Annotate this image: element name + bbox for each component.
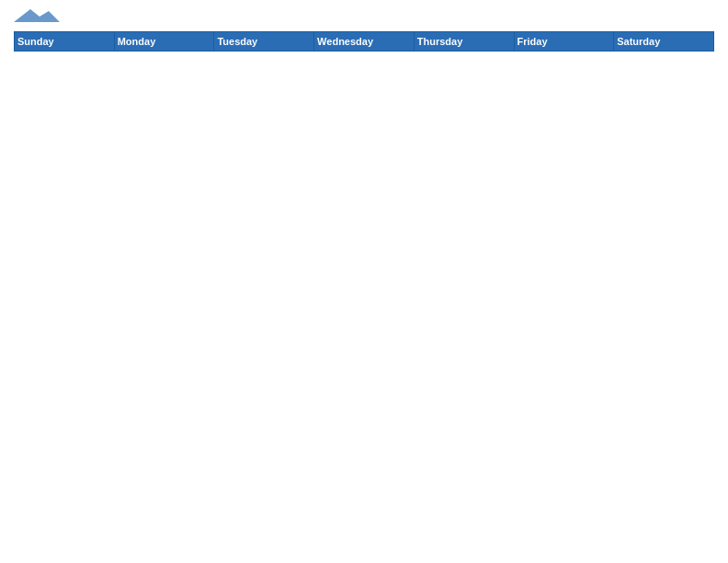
logo — [14, 9, 60, 26]
logo-icon — [14, 9, 60, 22]
svg-marker-0 — [14, 9, 60, 22]
page: SundayMondayTuesdayWednesdayThursdayFrid… — [0, 0, 728, 563]
col-header-sunday: Sunday — [15, 32, 115, 52]
col-header-wednesday: Wednesday — [314, 32, 415, 52]
calendar-table: SundayMondayTuesdayWednesdayThursdayFrid… — [14, 31, 714, 554]
col-header-monday: Monday — [114, 32, 214, 52]
col-header-tuesday: Tuesday — [214, 32, 314, 52]
col-header-friday: Friday — [514, 32, 614, 52]
col-header-saturday: Saturday — [614, 32, 714, 52]
header — [14, 9, 714, 26]
calendar-header-row: SundayMondayTuesdayWednesdayThursdayFrid… — [15, 32, 714, 52]
col-header-thursday: Thursday — [414, 32, 514, 52]
